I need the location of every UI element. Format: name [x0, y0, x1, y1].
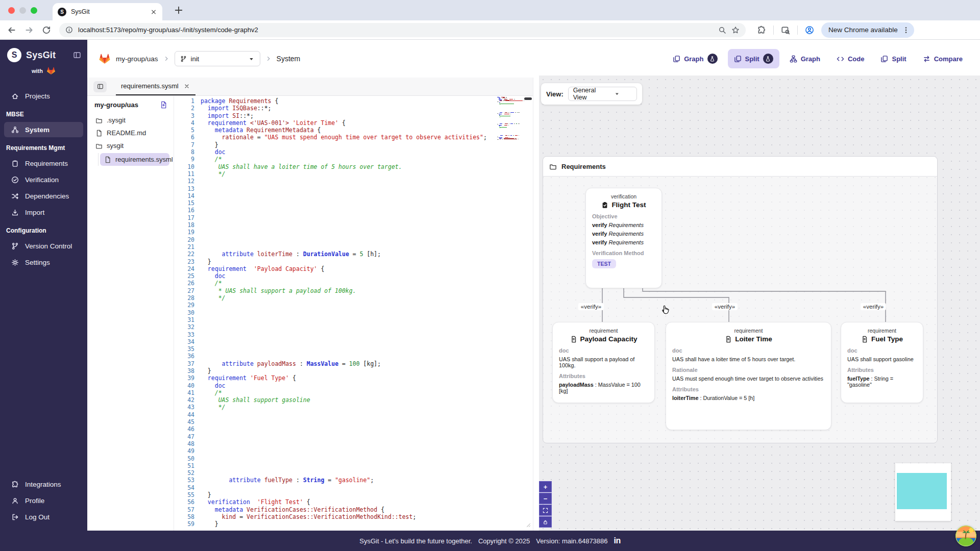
kebab-menu-icon[interactable]: [902, 26, 910, 34]
flask-icon: [709, 56, 715, 62]
shuffle-icon: [11, 192, 19, 200]
file-tree-item-readme-md[interactable]: README.md: [91, 127, 169, 139]
fit-icon: [543, 508, 548, 513]
breadcrumb-repo[interactable]: my-group/uas: [116, 55, 158, 63]
view-button-graph[interactable]: Graph: [783, 51, 826, 67]
sidebar-item-projects[interactable]: Projects: [4, 88, 83, 104]
footer-tagline: SysGit - Let's build the future together…: [359, 537, 472, 545]
chevron-right-icon: [265, 56, 272, 62]
editor-tab[interactable]: requirements.sysml: [116, 78, 195, 95]
island-widget-button[interactable]: [955, 525, 976, 546]
code-line: doc: [201, 272, 533, 280]
back-icon[interactable]: [7, 26, 16, 35]
sidebar-item-label: Settings: [25, 259, 50, 266]
file-tree-item-requirements-sysml[interactable]: requirements.sysml: [100, 153, 169, 166]
sidebar-item-label: Dependencies: [25, 192, 69, 200]
sidebar-item-verification[interactable]: Verification: [4, 172, 83, 187]
extensions-icon[interactable]: [757, 26, 766, 35]
graph-minimap[interactable]: [895, 463, 951, 521]
code-line: import SI::*;: [201, 112, 533, 119]
view-button-split[interactable]: Split: [728, 49, 779, 68]
editor-tabbar: requirements.sysml: [87, 78, 533, 96]
sidebar-item-settings[interactable]: Settings: [4, 255, 83, 270]
code-line: requirement 'Fuel Type' {: [201, 374, 533, 382]
zoom-search-icon[interactable]: [718, 26, 726, 34]
code-line: }: [201, 491, 533, 498]
sidebar-item-import[interactable]: Import: [4, 205, 83, 220]
code-line: package Requirements {: [201, 97, 533, 105]
sidebar-item-system[interactable]: System: [4, 122, 83, 137]
sidebar-item-integrations[interactable]: Integrations: [4, 477, 83, 492]
file-tree-item-sysgit[interactable]: .sysgit: [91, 114, 169, 127]
view-button-graph[interactable]: Graph: [667, 49, 723, 68]
close-window-button[interactable]: [8, 7, 15, 14]
view-button-code[interactable]: Code: [830, 51, 871, 67]
graph-node-fuel-type[interactable]: requirementFuel TypedocUAS shall support…: [841, 322, 923, 403]
reload-icon[interactable]: [42, 26, 51, 35]
sidebar-collapse-icon[interactable]: [73, 51, 81, 59]
zoom-minus-button[interactable]: −: [539, 493, 552, 504]
view-selector-card: View: General View: [541, 83, 642, 105]
sidebar-item-label: Import: [25, 209, 44, 216]
url-bar[interactable]: localhost:5173/repo/my-group/uas/-/init/…: [59, 23, 746, 37]
pane-drag-handle[interactable]: [524, 97, 532, 100]
bookmark-star-icon[interactable]: [731, 26, 740, 34]
tab-search-icon[interactable]: [781, 26, 790, 35]
graph-node-flight-test[interactable]: verificationFlight TestObjectiveverify R…: [585, 188, 662, 288]
code-line: doc: [201, 382, 533, 389]
view-button-label: Split: [745, 55, 760, 63]
code-line: [201, 345, 533, 353]
code-line: [201, 243, 533, 251]
graph-node-loiter-time[interactable]: requirementLoiter TimedocUAS shall have …: [666, 322, 831, 430]
close-tab-icon[interactable]: [150, 9, 157, 15]
caret-down-icon: [248, 56, 255, 62]
file-tree-item-sysgit[interactable]: sysgit: [91, 139, 169, 152]
chrome-update-button[interactable]: New Chrome available: [821, 22, 914, 38]
screen: S SysGit localhost:5173/repo/my-group/ua…: [0, 0, 980, 551]
maximize-window-button[interactable]: [31, 7, 37, 14]
graph-pane[interactable]: View: General View Requirements «verify»…: [539, 76, 980, 531]
graph-node-payload-capacity[interactable]: requirementPayload CapacitydocUAS shall …: [552, 322, 655, 403]
branch-selector[interactable]: init: [175, 51, 260, 66]
site-info-icon[interactable]: [65, 26, 73, 34]
forward-icon[interactable]: [24, 26, 34, 35]
sidebar-item-profile[interactable]: Profile: [4, 493, 83, 508]
code-line: }: [201, 520, 533, 528]
close-editor-tab-icon[interactable]: [183, 83, 190, 89]
profile-icon[interactable]: [805, 26, 814, 35]
new-tab-icon[interactable]: [174, 5, 184, 15]
app-footer: SysGit - Let's build the future together…: [0, 531, 980, 551]
sidebar-item-log-out[interactable]: Log Out: [4, 509, 83, 524]
caret-down-icon: [602, 91, 632, 97]
browser-tab[interactable]: S SysGit: [53, 3, 162, 20]
code-area[interactable]: 1234567891011121314151617181920212223242…: [174, 96, 533, 531]
node-stereotype: requirement: [847, 328, 917, 334]
view-select[interactable]: General View: [568, 87, 637, 101]
network-icon: [11, 126, 19, 134]
code-minimap[interactable]: [497, 97, 526, 140]
tab-title: SysGit: [71, 8, 145, 15]
view-button-label: Compare: [934, 55, 963, 63]
view-button-split[interactable]: Split: [874, 51, 912, 67]
sidebar-nav: ProjectsMBSESystemRequirements MgmtRequi…: [0, 76, 87, 270]
node-section-label: Verification Method: [592, 250, 655, 256]
sidebar-item-dependencies[interactable]: Dependencies: [4, 188, 83, 204]
code-line: }: [201, 367, 533, 374]
codeic-icon: [837, 55, 844, 63]
file-tree-toggle-button[interactable]: [93, 81, 107, 92]
new-file-icon[interactable]: [160, 101, 167, 109]
minimap-viewport[interactable]: [897, 473, 947, 509]
view-label: View:: [546, 90, 564, 98]
clipcheck-icon: [601, 202, 608, 209]
minimize-window-button[interactable]: [19, 7, 26, 14]
sidebar-item-requirements[interactable]: Requirements: [4, 156, 83, 171]
zoom-fit-button[interactable]: [539, 505, 552, 516]
view-button-compare[interactable]: Compare: [917, 51, 969, 67]
resize-corner-icon[interactable]: [525, 521, 531, 528]
linkedin-icon[interactable]: in: [614, 536, 621, 545]
code-lines: package Requirements { import ISQBase::*…: [201, 97, 533, 528]
zoom-plus-button[interactable]: +: [539, 481, 552, 492]
view-mode-buttons: GraphSplitGraphCodeSplitCompare: [667, 49, 969, 68]
sidebar-item-version-control[interactable]: Version Control: [4, 238, 83, 254]
zoom-lock-button[interactable]: [539, 516, 552, 528]
